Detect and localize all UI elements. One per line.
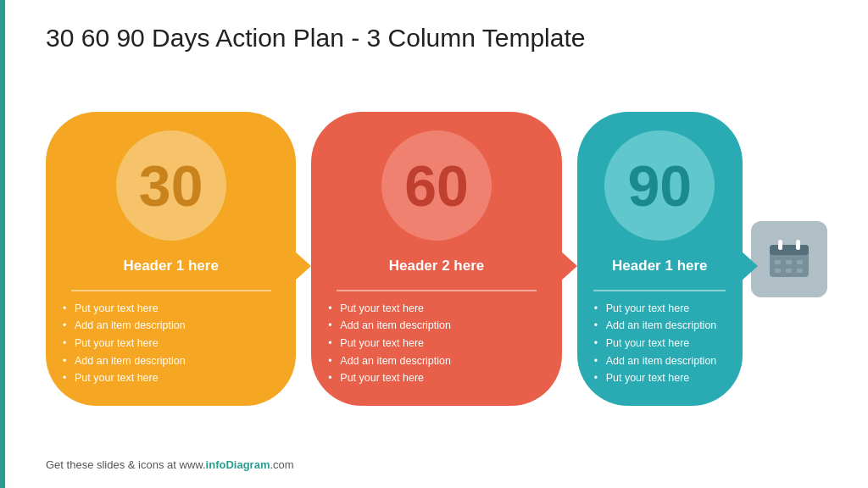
number-90: 90 bbox=[627, 157, 692, 214]
circle-60: 60 bbox=[381, 130, 492, 241]
list-item: Put your text here bbox=[594, 335, 726, 352]
svg-rect-6 bbox=[797, 260, 803, 264]
divider-60 bbox=[337, 290, 537, 291]
header-band-90: Header 1 here bbox=[577, 249, 743, 283]
header-band-30: Header 1 here bbox=[46, 249, 296, 283]
columns-area: 30Header 1 herePut your text hereAdd an … bbox=[46, 71, 827, 446]
left-accent bbox=[0, 0, 5, 488]
list-item: Put your text here bbox=[594, 300, 726, 318]
divider-30 bbox=[71, 290, 271, 291]
footer-prefix: Get these slides & icons at www. bbox=[46, 458, 206, 471]
pill-60: 60Header 2 herePut your text hereAdd an … bbox=[311, 112, 561, 406]
list-item: Put your text here bbox=[594, 369, 726, 387]
list-item: Put your text here bbox=[63, 369, 279, 387]
list-item: Add an item description bbox=[63, 352, 279, 370]
column-wrap-30: 30Header 1 herePut your text hereAdd an … bbox=[46, 71, 296, 446]
calendar-icon-wrap bbox=[751, 221, 827, 297]
svg-rect-2 bbox=[778, 240, 782, 250]
list-item: Put your text here bbox=[328, 335, 544, 352]
list-item: Put your text here bbox=[328, 300, 544, 318]
list-item: Put your text here bbox=[328, 369, 544, 387]
list-item: Put your text here bbox=[63, 300, 279, 318]
slide-title: 30 60 90 Days Action Plan - 3 Column Tem… bbox=[46, 24, 827, 53]
circle-90: 90 bbox=[604, 130, 715, 241]
pill-30: 30Header 1 herePut your text hereAdd an … bbox=[46, 112, 296, 406]
list-item: Add an item description bbox=[63, 317, 279, 335]
bullet-list-30: Put your text hereAdd an item descriptio… bbox=[46, 300, 296, 387]
svg-rect-4 bbox=[775, 260, 781, 264]
header-text-60: Header 2 here bbox=[389, 258, 484, 274]
svg-rect-5 bbox=[786, 260, 792, 264]
bullet-list-60: Put your text hereAdd an item descriptio… bbox=[311, 300, 561, 387]
header-arrow-60 bbox=[560, 251, 577, 281]
number-30: 30 bbox=[139, 157, 203, 214]
svg-rect-8 bbox=[786, 269, 792, 273]
header-band-60: Header 2 here bbox=[311, 249, 561, 283]
header-text-90: Header 1 here bbox=[612, 258, 707, 274]
circle-30: 30 bbox=[116, 130, 226, 241]
list-item: Add an item description bbox=[594, 352, 726, 370]
list-item: Put your text here bbox=[63, 335, 279, 352]
number-60: 60 bbox=[404, 157, 469, 214]
footer-brand: infoDiagram bbox=[206, 458, 270, 471]
divider-90 bbox=[593, 290, 726, 291]
svg-rect-9 bbox=[797, 269, 803, 273]
list-item: Add an item description bbox=[594, 317, 726, 335]
slide-container: 30 60 90 Days Action Plan - 3 Column Tem… bbox=[0, 0, 868, 488]
calendar-icon bbox=[766, 236, 812, 282]
footer-suffix: .com bbox=[270, 458, 293, 471]
list-item: Add an item description bbox=[328, 352, 544, 370]
footer: Get these slides & icons at www.infoDiag… bbox=[46, 458, 827, 471]
column-wrap-90: 90Header 1 herePut your text hereAdd an … bbox=[577, 71, 827, 446]
bullet-list-90: Put your text hereAdd an item descriptio… bbox=[577, 300, 743, 387]
svg-rect-3 bbox=[796, 240, 800, 250]
svg-rect-7 bbox=[775, 269, 781, 273]
svg-rect-1 bbox=[770, 245, 809, 255]
list-item: Add an item description bbox=[328, 317, 544, 335]
header-text-30: Header 1 here bbox=[123, 258, 218, 274]
header-arrow-90 bbox=[741, 251, 758, 281]
pill-90: 90Header 1 herePut your text hereAdd an … bbox=[577, 112, 743, 406]
column-wrap-60: 60Header 2 herePut your text hereAdd an … bbox=[311, 71, 561, 446]
header-arrow-30 bbox=[294, 251, 311, 281]
